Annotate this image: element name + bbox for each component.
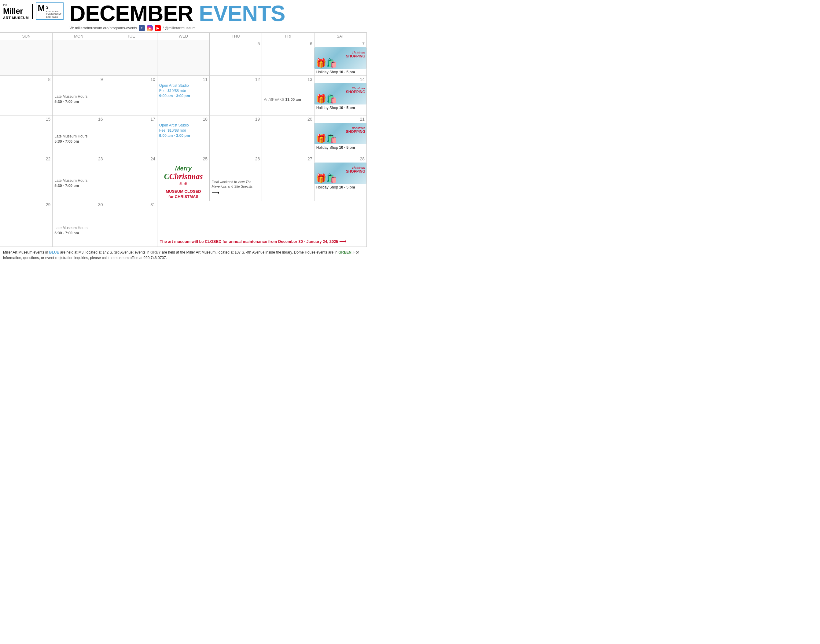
- day-num-28: 28: [315, 156, 367, 161]
- art-speaks-time: 11:00 am: [285, 97, 301, 102]
- page-header: the Miller ART MUSEUM M 3 EDUCATION ENGA…: [0, 0, 367, 32]
- late-hours-time-16: 5:30 - 7:00 pm: [54, 139, 79, 144]
- day-num-25: 25: [159, 156, 207, 161]
- col-thu: THU: [210, 33, 262, 40]
- calendar-row-3: 15 16 Late Museum Hours 5:30 - 7:00 pm 1…: [0, 115, 367, 155]
- day-num-23: 23: [54, 156, 103, 161]
- col-tue: TUE: [105, 33, 157, 40]
- day-num-24: 24: [107, 156, 155, 161]
- gift-bags-icon-28: 🎁🛍️: [316, 173, 337, 183]
- footer-text3: are held at the Miller Art Museum, locat…: [161, 250, 338, 255]
- day-num-22: 22: [2, 156, 51, 161]
- holiday-shop-image-7: 🎁🛍️ Christmas SHOPPING: [315, 48, 367, 69]
- day-num-26: 26: [212, 156, 260, 161]
- calendar-header-row: SUN MON TUE WED THU FRI SAT: [0, 33, 367, 40]
- arrow-long-icon: ⟶: [339, 239, 346, 244]
- late-hours-label-16: Late Museum Hours: [54, 134, 88, 138]
- day-num-6: 6: [264, 41, 312, 46]
- christmas-word-28: Christmas: [352, 166, 365, 169]
- holiday-shop-hours-28: 10 - 5 pm: [339, 185, 355, 189]
- day-num-7: 7: [315, 41, 367, 46]
- logo-the: the: [3, 3, 7, 6]
- late-hours-9: Late Museum Hours 5:30 - 7:00 pm: [54, 94, 103, 104]
- title-december: DECEMBER: [70, 1, 193, 26]
- cell-dec27: 27: [262, 155, 314, 201]
- shopping-word-7: SHOPPING: [346, 54, 365, 58]
- day-num-27: 27: [264, 156, 312, 161]
- day-num-15: 15: [2, 117, 51, 121]
- museum-closed-25: MUSEUM CLOSED for CHRISTMAS: [159, 189, 207, 199]
- open-artist-studio-18: Open Artist Studio Fee: $10/$8 mbr 9:00 …: [159, 123, 207, 138]
- cell-dec19: 19: [210, 115, 262, 155]
- studio-time-11: 9:00 am - 3:00 pm: [159, 94, 190, 98]
- late-hours-label-23: Late Museum Hours: [54, 178, 88, 183]
- cell-dec31: 31: [105, 201, 157, 247]
- final-weekend-26: Final weekend to view The Mavericks and …: [212, 179, 260, 197]
- facebook-icon[interactable]: f: [139, 25, 145, 31]
- m3-number: 3: [46, 5, 49, 10]
- cell-dec12: 12: [210, 76, 262, 115]
- day-num-11: 11: [159, 77, 207, 82]
- website-text: W: millerartmuseum.org/programs-events: [70, 26, 137, 30]
- logo-miller-name: Miller: [3, 6, 23, 15]
- holiday-shop-name-21: Holiday Shop: [316, 146, 338, 150]
- merry-christmas-25: Merry CChristmas ❄ ❅: [159, 163, 207, 187]
- cell-dec29: 29: [0, 201, 52, 247]
- col-fri: FRI: [262, 33, 314, 40]
- holiday-shop-label-14: Holiday Shop 10 - 5 pm: [315, 106, 367, 110]
- holiday-shop-hours-14: 10 - 5 pm: [339, 106, 355, 110]
- col-sat: SAT: [314, 33, 367, 40]
- m3-line1: EDUCATION: [46, 11, 59, 12]
- holiday-shop-image-28: 🎁🛍️ Christmas SHOPPING: [315, 163, 367, 184]
- cell-dec9: 9 Late Museum Hours 5:30 - 7:00 pm: [52, 76, 105, 115]
- late-hours-16: Late Museum Hours 5:30 - 7:00 pm: [54, 134, 103, 144]
- instagram-icon[interactable]: ●: [147, 25, 153, 31]
- studio-label-11: Open Artist Studio: [159, 83, 189, 88]
- day-num-29: 29: [2, 202, 51, 207]
- christmas-shopping-text-7: Christmas SHOPPING: [346, 50, 365, 58]
- cell-dec26: 26 Final weekend to view The Mavericks a…: [210, 155, 262, 201]
- miller-logo: the Miller ART MUSEUM: [3, 2, 29, 20]
- christmas-word-7: Christmas: [352, 51, 365, 54]
- cell-dec20: 20: [262, 115, 314, 155]
- cell-dec24: 24: [105, 155, 157, 201]
- youtube-icon[interactable]: ▶: [155, 25, 161, 31]
- calendar-row-5: 29 30 Late Museum Hours 5:30 - 7:00 pm 3…: [0, 201, 367, 247]
- holiday-shop-hours-21: 10 - 5 pm: [339, 146, 355, 150]
- day-num-5: 5: [212, 41, 260, 46]
- open-artist-studio-11: Open Artist Studio Fee: $10/$8 mbr 9:00 …: [159, 83, 207, 98]
- shopping-word-21: SHOPPING: [346, 130, 365, 133]
- cell-dec30: 30 Late Museum Hours 5:30 - 7:00 pm: [52, 201, 105, 247]
- m3-logo: M 3 EDUCATION ENGAGEMENT EXCHANGE: [36, 2, 64, 20]
- arrow-right-icon: ⟶: [212, 190, 220, 196]
- christmas-shopping-text-28: Christmas SHOPPING: [346, 165, 365, 173]
- cell-dec23: 23 Late Museum Hours 5:30 - 7:00 pm: [52, 155, 105, 201]
- cell-dec14: 14 🎁🛍️ Christmas SHOPPING Holiday Shop 1…: [314, 76, 367, 115]
- holiday-shop-image-14: 🎁🛍️ Christmas SHOPPING: [315, 83, 367, 104]
- col-wed: WED: [157, 33, 209, 40]
- cell-dec6: 6: [262, 40, 314, 76]
- page-title: DECEMBER EVENTS: [70, 2, 364, 25]
- cell-dec16: 16 Late Museum Hours 5:30 - 7:00 pm: [52, 115, 105, 155]
- cell-dec17: 17: [105, 115, 157, 155]
- calendar-row-2: 8 9 Late Museum Hours 5:30 - 7:00 pm 10 …: [0, 76, 367, 115]
- museum-closed-label: MUSEUM CLOSED for CHRISTMAS: [166, 189, 201, 199]
- shopping-word-28: SHOPPING: [346, 170, 365, 173]
- holiday-shop-name-28: Holiday Shop: [316, 185, 338, 189]
- col-sun: SUN: [0, 33, 52, 40]
- calendar-row-4: 22 23 Late Museum Hours 5:30 - 7:00 pm 2…: [0, 155, 367, 201]
- late-hours-30: Late Museum Hours 5:30 - 7:00 pm: [54, 225, 103, 236]
- christmas-shopping-text-21: Christmas SHOPPING: [346, 125, 365, 133]
- studio-fee-11: Fee: $10/$8 mbr: [159, 89, 186, 93]
- footer-green-label: GREEN: [338, 250, 352, 255]
- annual-closure-notice: The art museum will be CLOSED for annual…: [160, 238, 364, 244]
- day-num-30: 30: [54, 202, 103, 207]
- cell-dec8: 8: [0, 76, 52, 115]
- day-num-9: 9: [54, 77, 103, 82]
- cell-dec11: 11 Open Artist Studio Fee: $10/$8 mbr 9:…: [157, 76, 209, 115]
- cell-dec5: 5: [210, 40, 262, 76]
- social-row: W: millerartmuseum.org/programs-events f…: [70, 25, 364, 31]
- calendar-table: SUN MON TUE WED THU FRI SAT 5 6 7: [0, 32, 367, 247]
- day-num-16: 16: [54, 117, 103, 121]
- social-handle: / @millerartmuseum: [163, 26, 196, 30]
